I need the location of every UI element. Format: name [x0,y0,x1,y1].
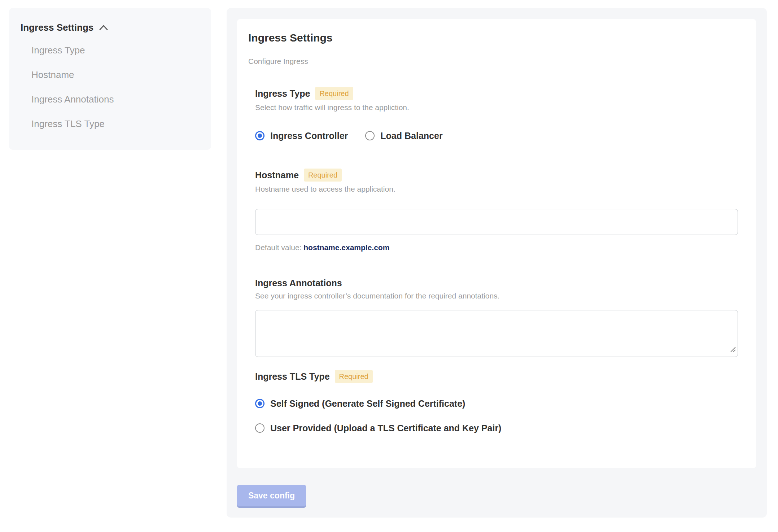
field-ingress-type: Ingress Type Required Select how traffic… [255,87,738,141]
field-help-text: Select how traffic will ingress to the a… [255,103,738,112]
sidebar-item-ingress-tls-type[interactable]: Ingress TLS Type [31,118,204,130]
field-label-row: Hostname Required [255,169,738,182]
ingress-annotations-textarea[interactable] [255,310,738,357]
field-label-row: Ingress Type Required [255,87,738,100]
radio-selected-icon [255,399,265,408]
ingress-tls-type-radio-group: Self Signed (Generate Self Signed Certif… [255,398,738,433]
save-config-button[interactable]: Save config [237,485,306,506]
field-label-row: Ingress Annotations [255,278,738,288]
resize-grip-icon[interactable] [730,346,736,354]
default-value-text: hostname.example.com [303,243,389,252]
textarea-wrapper [255,310,738,357]
radio-option-self-signed[interactable]: Self Signed (Generate Self Signed Certif… [255,398,738,409]
page-subtitle: Configure Ingress [248,57,738,66]
sidebar-section-title: Ingress Settings [21,22,93,33]
field-hostname: Hostname Required Hostname used to acces… [255,169,738,252]
ingress-type-radio-group: Ingress Controller Load Balancer [255,130,738,141]
field-label: Ingress Type [255,88,310,99]
radio-option-label: Self Signed (Generate Self Signed Certif… [270,398,465,409]
radio-option-user-provided[interactable]: User Provided (Upload a TLS Certificate … [255,423,738,433]
required-badge: Required [315,87,353,100]
default-value-prefix: Default value: [255,243,303,252]
radio-option-label: User Provided (Upload a TLS Certificate … [270,423,501,433]
field-label: Ingress Annotations [255,278,342,288]
field-list: Ingress Type Required Select how traffic… [255,87,738,433]
sidebar-item-list: Ingress Type Hostname Ingress Annotation… [21,45,204,130]
chevron-up-icon [99,25,108,32]
ingress-settings-card: Ingress Settings Configure Ingress Ingre… [237,19,756,468]
radio-selected-icon [255,131,265,140]
sidebar-section-ingress-settings[interactable]: Ingress Settings [21,22,204,33]
field-label-row: Ingress TLS Type Required [255,370,738,383]
field-help-text: See your ingress controller’s documentat… [255,291,738,301]
page-title: Ingress Settings [248,31,738,44]
radio-option-ingress-controller[interactable]: Ingress Controller [255,130,348,141]
radio-option-load-balancer[interactable]: Load Balancer [365,130,442,141]
field-ingress-annotations: Ingress Annotations See your ingress con… [255,278,738,357]
required-badge: Required [304,169,342,182]
config-nav-sidebar: Ingress Settings Ingress Type Hostname I… [9,8,211,150]
config-panel: Ingress Settings Configure Ingress Ingre… [227,8,767,518]
radio-option-label: Ingress Controller [270,130,348,141]
radio-unselected-icon [365,131,375,140]
sidebar-item-ingress-type[interactable]: Ingress Type [31,45,204,56]
sidebar-item-ingress-annotations[interactable]: Ingress Annotations [31,94,204,105]
sidebar-item-hostname[interactable]: Hostname [31,69,204,80]
field-label: Ingress TLS Type [255,371,330,382]
radio-option-label: Load Balancer [380,130,442,141]
default-value-line: Default value: hostname.example.com [255,243,738,252]
hostname-input[interactable] [255,209,738,235]
field-label: Hostname [255,170,299,180]
field-help-text: Hostname used to access the application. [255,184,738,194]
field-ingress-tls-type: Ingress TLS Type Required Self Signed (G… [255,370,738,433]
radio-unselected-icon [255,423,265,433]
required-badge: Required [335,370,373,383]
